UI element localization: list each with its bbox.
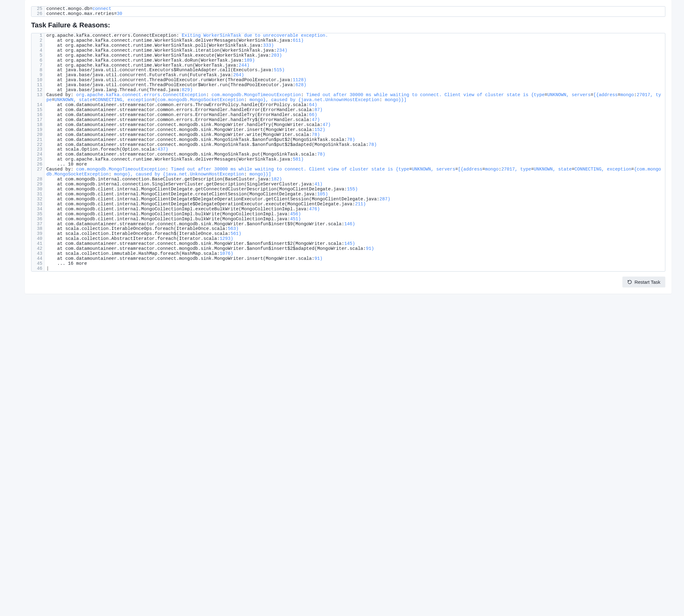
line-number: 18 — [31, 123, 44, 128]
code-content: at org.apache.kafka.connect.runtime.Work… — [44, 58, 665, 63]
code-line: 16 at com.datamountaineer.streamreactor.… — [31, 113, 665, 117]
line-number: 16 — [31, 113, 44, 117]
code-content: at com.datamountaineer.streamreactor.com… — [44, 103, 665, 108]
code-content: at java.base/java.util.concurrent.Thread… — [44, 83, 665, 88]
code-content: at com.datamountaineer.streamreactor.con… — [44, 241, 665, 246]
restart-task-button[interactable]: Restart Task — [622, 277, 665, 287]
line-number: 41 — [31, 241, 44, 246]
code-line: 46| — [31, 266, 665, 271]
code-line: 3 at org.apache.kafka.connect.runtime.Wo… — [31, 43, 665, 48]
code-content: at org.apache.kafka.connect.runtime.Work… — [44, 38, 665, 43]
code-line: 17 at com.datamountaineer.streamreactor.… — [31, 117, 665, 123]
code-content: at com.mongodb.client.internal.MongoClie… — [44, 187, 665, 192]
code-line: 35 at com.mongodb.client.internal.MongoC… — [31, 212, 665, 217]
line-number: 7 — [31, 63, 44, 68]
code-content: at com.datamountaineer.streamreactor.con… — [44, 152, 665, 157]
line-number: 45 — [31, 261, 44, 266]
line-number: 28 — [31, 177, 44, 182]
line-number: 2 — [31, 38, 44, 43]
code-content: ... 10 more — [44, 162, 665, 167]
line-number: 10 — [31, 78, 44, 83]
code-line: 23 at scala.Option.foreach(Option.scala:… — [31, 147, 665, 152]
code-content: at com.mongodb.internal.connection.BaseC… — [44, 177, 665, 182]
code-line: 11 at java.base/java.util.concurrent.Thr… — [31, 83, 665, 88]
code-content: at com.datamountaineer.streamreactor.con… — [44, 256, 665, 261]
restart-task-label: Restart Task — [635, 279, 660, 285]
line-number: 46 — [31, 266, 44, 271]
code-content: at java.base/java.util.concurrent.Future… — [44, 73, 665, 78]
code-line: 22 at com.datamountaineer.streamreactor.… — [31, 142, 665, 148]
line-number: 37 — [31, 222, 44, 227]
code-line: 30 at com.mongodb.client.internal.MongoC… — [31, 187, 665, 192]
code-content: at com.datamountaineer.streamreactor.con… — [44, 123, 665, 128]
code-content: org.apache.kafka.connect.errors.ConnectE… — [44, 33, 665, 38]
code-line: 26connect.mongo.max.retries=30 — [31, 12, 665, 17]
code-line: 42 at com.datamountaineer.streamreactor.… — [31, 246, 665, 251]
line-number: 38 — [31, 226, 44, 232]
code-content: at com.datamountaineer.streamreactor.com… — [44, 108, 665, 113]
line-number: 43 — [31, 251, 44, 256]
code-line: 25connect.mongo.db=connect — [31, 6, 665, 12]
code-line: 21 at com.datamountaineer.streamreactor.… — [31, 137, 665, 142]
code-content: at org.apache.kafka.connect.runtime.Work… — [44, 63, 665, 68]
line-number: 39 — [31, 232, 44, 237]
code-line: 14 at com.datamountaineer.streamreactor.… — [31, 103, 665, 108]
code-content: at com.mongodb.client.internal.MongoColl… — [44, 207, 665, 212]
line-number: 42 — [31, 246, 44, 251]
code-line: 15 at com.datamountaineer.streamreactor.… — [31, 108, 665, 113]
line-number: 6 — [31, 58, 44, 63]
refresh-icon — [627, 280, 632, 284]
code-line: 9 at java.base/java.util.concurrent.Futu… — [31, 73, 665, 78]
line-number: 21 — [31, 137, 44, 142]
code-content: at org.apache.kafka.connect.runtime.Work… — [44, 157, 665, 162]
code-content: at com.mongodb.client.internal.MongoClie… — [44, 197, 665, 202]
line-number: 32 — [31, 197, 44, 202]
line-number: 20 — [31, 133, 44, 137]
code-line: 1org.apache.kafka.connect.errors.Connect… — [31, 33, 665, 38]
line-number: 8 — [31, 68, 44, 73]
line-number: 35 — [31, 212, 44, 217]
code-line: 27Caused by: com.mongodb.MongoTimeoutExc… — [31, 167, 665, 177]
code-content: at com.mongodb.internal.connection.Singl… — [44, 182, 665, 187]
code-line: 39 at scala.collection.IterableOnceOps.f… — [31, 232, 665, 237]
code-line: 10 at java.base/java.util.concurrent.Thr… — [31, 78, 665, 83]
line-number: 44 — [31, 256, 44, 261]
code-line: 19 at com.datamountaineer.streamreactor.… — [31, 128, 665, 133]
line-number: 24 — [31, 152, 44, 157]
code-content: at com.datamountaineer.streamreactor.com… — [44, 117, 665, 123]
code-line: 25 at org.apache.kafka.connect.runtime.W… — [31, 157, 665, 162]
code-line: 31 at com.mongodb.client.internal.MongoC… — [31, 192, 665, 197]
line-number: 3 — [31, 43, 44, 48]
code-content: at com.mongodb.client.internal.MongoColl… — [44, 212, 665, 217]
code-line: 33 at com.mongodb.client.internal.MongoC… — [31, 202, 665, 207]
code-content: at com.datamountaineer.streamreactor.con… — [44, 246, 665, 251]
code-content: at scala.collection.IterableOnceOps.fore… — [44, 226, 665, 232]
line-number: 23 — [31, 147, 44, 152]
code-line: 29 at com.mongodb.internal.connection.Si… — [31, 182, 665, 187]
line-number: 25 — [31, 157, 44, 162]
code-line: 40 at scala.collection.AbstractIterator.… — [31, 237, 665, 241]
code-content: at java.base/java.lang.Thread.run(Thread… — [44, 88, 665, 93]
line-number: 40 — [31, 237, 44, 241]
code-content: at org.apache.kafka.connect.runtime.Work… — [44, 43, 665, 48]
code-content: at scala.collection.AbstractIterator.for… — [44, 237, 665, 241]
task-failure-card: 25connect.mongo.db=connect26connect.mong… — [25, 0, 671, 294]
line-number: 26 — [31, 162, 44, 167]
code-line: 18 at com.datamountaineer.streamreactor.… — [31, 123, 665, 128]
code-content: at com.datamountaineer.streamreactor.con… — [44, 133, 665, 137]
line-number: 11 — [31, 83, 44, 88]
line-number: 36 — [31, 217, 44, 222]
line-number: 15 — [31, 108, 44, 113]
code-line: 43 at scala.collection.immutable.HashMap… — [31, 251, 665, 256]
code-line: 37 at com.datamountaineer.streamreactor.… — [31, 222, 665, 227]
line-number: 29 — [31, 182, 44, 187]
line-number: 12 — [31, 88, 44, 93]
code-content: connect.mongo.db=connect — [44, 6, 665, 12]
code-content: | — [44, 266, 665, 271]
code-content: at scala.collection.immutable.HashMap.fo… — [44, 251, 665, 256]
line-number: 13 — [31, 93, 44, 103]
stacktrace-code-block: 1org.apache.kafka.connect.errors.Connect… — [31, 33, 665, 271]
line-number: 33 — [31, 202, 44, 207]
code-content: ... 16 more — [44, 261, 665, 266]
code-line: 7 at org.apache.kafka.connect.runtime.Wo… — [31, 63, 665, 68]
